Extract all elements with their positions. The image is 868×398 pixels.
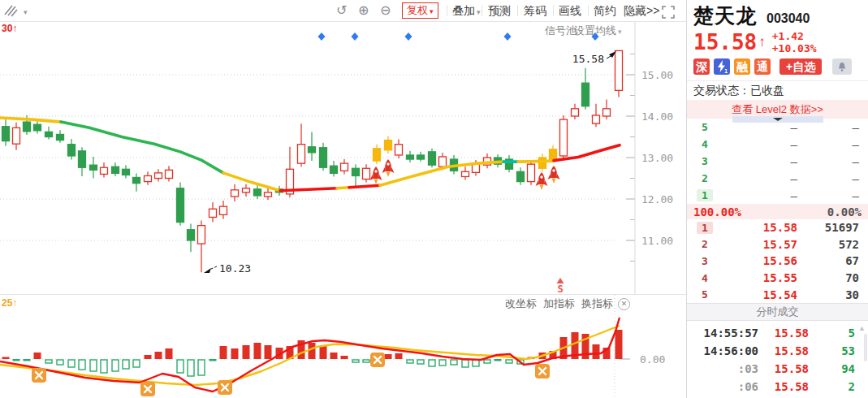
- zoom-in-button[interactable]: ⊕: [358, 0, 369, 22]
- buy-volume: 572: [797, 238, 859, 251]
- transaction-volume: 53: [809, 344, 868, 357]
- expand-icon: [662, 6, 675, 19]
- sell-row[interactable]: 3——: [687, 153, 868, 170]
- main-price-chart[interactable]: 15.0014.0013.0012.0011.00S15.5810.23 30↑…: [0, 22, 686, 294]
- price-annotations: 15.5810.23: [204, 51, 616, 275]
- margin-badge: 融: [734, 58, 750, 75]
- close-indicator-icon[interactable]: ✕: [618, 298, 630, 310]
- sell-price: —: [713, 155, 797, 168]
- svg-text:10.23: 10.23: [219, 262, 251, 275]
- caret-down-icon: ▾: [618, 28, 622, 36]
- transaction-time: :06: [687, 380, 758, 393]
- sell-price: —: [713, 189, 797, 202]
- draw-line-button[interactable]: 画线: [559, 0, 581, 22]
- transaction-row: :0315.5894: [687, 360, 868, 378]
- transaction-row: 14:56:0015.5853: [687, 342, 868, 360]
- transaction-volume: 94: [809, 362, 868, 375]
- buy-level: 3: [697, 255, 713, 267]
- buy-price: 15.55: [713, 271, 797, 284]
- sell-level: 1: [697, 189, 713, 201]
- ma-lines: [0, 118, 620, 191]
- collapse-handle[interactable]: [732, 116, 823, 123]
- sell-volume: —: [797, 172, 859, 185]
- buy-level: 4: [697, 272, 713, 284]
- price-change-percent: +10.03%: [772, 42, 817, 54]
- buy-price: 15.57: [713, 238, 797, 251]
- transaction-time: :03: [687, 362, 758, 375]
- indicator-sub-chart[interactable]: 0.00 25↑ 改坐标 加指标 换指标 ✕: [0, 294, 686, 398]
- alert-button[interactable]: [832, 58, 852, 75]
- forecast-button[interactable]: 预测: [488, 0, 511, 22]
- sell-row[interactable]: 1——: [687, 187, 868, 204]
- undo-button[interactable]: ↺: [336, 0, 347, 22]
- sell-level: 2: [697, 172, 713, 184]
- svg-text:S: S: [557, 283, 563, 294]
- toolbar-divider: [517, 5, 518, 16]
- buy-percent: 100.00%: [693, 205, 741, 218]
- bell-icon: [837, 62, 847, 72]
- zoom-out-button[interactable]: ⊖: [380, 0, 391, 22]
- transaction-time: 14:55:57: [687, 327, 758, 340]
- trading-status: 交易状态：已收盘: [687, 80, 868, 100]
- draw-tools-button[interactable]: ▾: [2, 0, 27, 22]
- price-change: +1.42: [772, 30, 817, 42]
- switch-indicator-button[interactable]: 换指标: [581, 296, 613, 311]
- transaction-price: 15.58: [758, 380, 809, 393]
- flash-sub-number: 1: [724, 68, 728, 75]
- sell-price: —: [713, 172, 797, 185]
- flash-badge[interactable]: 1: [714, 58, 730, 75]
- buy-sell-ratio: 100.00% 0.00%: [687, 204, 868, 219]
- scrollbar[interactable]: [864, 334, 867, 361]
- quote-header: 楚天龙 003040 15.58 ↑ +1.42 +10.03% 深 1: [687, 0, 868, 80]
- buy-row[interactable]: 215.57572: [687, 236, 868, 253]
- buy-row[interactable]: 515.5430: [687, 286, 868, 303]
- add-indicator-button[interactable]: 加指标: [543, 296, 575, 311]
- buy-level: 5: [697, 288, 713, 301]
- last-price: 15.58: [693, 30, 757, 54]
- buy-book: 115.5851697215.57572315.5667415.5570515.…: [687, 219, 868, 303]
- sell-row[interactable]: 2——: [687, 170, 868, 187]
- quote-panel: 楚天龙 003040 15.58 ↑ +1.42 +10.03% 深 1: [686, 0, 868, 398]
- toolbar-divider: [553, 5, 554, 16]
- svg-text:12.00: 12.00: [641, 193, 673, 205]
- buy-row[interactable]: 315.5667: [687, 253, 868, 270]
- adjust-price-button[interactable]: 复权▾: [402, 2, 438, 19]
- add-watchlist-button[interactable]: +自选: [779, 58, 822, 75]
- buy-volume: 70: [797, 271, 859, 284]
- signal-pool-link[interactable]: 信号池: [545, 24, 577, 38]
- macd-bars: [2, 330, 623, 376]
- buy-level: 1: [697, 222, 713, 234]
- scroll-up-icon[interactable]: ▲: [858, 324, 866, 332]
- sell-volume: —: [797, 155, 859, 168]
- simple-mode-button[interactable]: 简约: [594, 0, 616, 22]
- buy-volume: 67: [797, 254, 859, 267]
- buy-row[interactable]: 415.5570: [687, 270, 868, 287]
- chips-button[interactable]: 筹码: [524, 0, 546, 22]
- buy-row[interactable]: 115.5851697: [687, 219, 868, 236]
- caret-down-icon: ▾: [430, 7, 434, 15]
- buy-level: 2: [697, 238, 713, 250]
- buy-price: 15.56: [713, 254, 797, 267]
- sell-level: 5: [697, 121, 713, 133]
- hide-button[interactable]: 隐藏>>: [624, 0, 659, 22]
- buy-price: 15.54: [713, 288, 797, 301]
- set-ma-link[interactable]: 设置均线▾: [574, 24, 622, 38]
- transactions-title[interactable]: 分时成交: [687, 303, 868, 321]
- shenzhen-badge: 深: [693, 58, 710, 75]
- sell-level: 4: [697, 138, 713, 150]
- transaction-price: 15.58: [758, 327, 809, 340]
- svg-text:14.00: 14.00: [641, 110, 673, 123]
- change-axis-button[interactable]: 改坐标: [505, 296, 537, 311]
- svg-text:0.00: 0.00: [640, 353, 665, 366]
- sell-volume: —: [797, 138, 859, 151]
- transaction-list[interactable]: ▲ 14:55:5715.58514:56:0015.5853:0315.589…: [687, 321, 868, 398]
- sell-book: 5——4——3——2——1——: [687, 119, 868, 204]
- transaction-time: 14:56:00: [687, 344, 758, 357]
- caret-down-icon: ▾: [24, 8, 28, 16]
- svg-text:15.00: 15.00: [641, 69, 673, 81]
- transaction-price: 15.58: [758, 344, 809, 357]
- s-signal-marker: S: [557, 278, 564, 294]
- sell-row[interactable]: 4——: [687, 136, 868, 153]
- sell-percent: 0.00%: [827, 205, 862, 218]
- overlay-button[interactable]: 叠加▾: [452, 0, 481, 22]
